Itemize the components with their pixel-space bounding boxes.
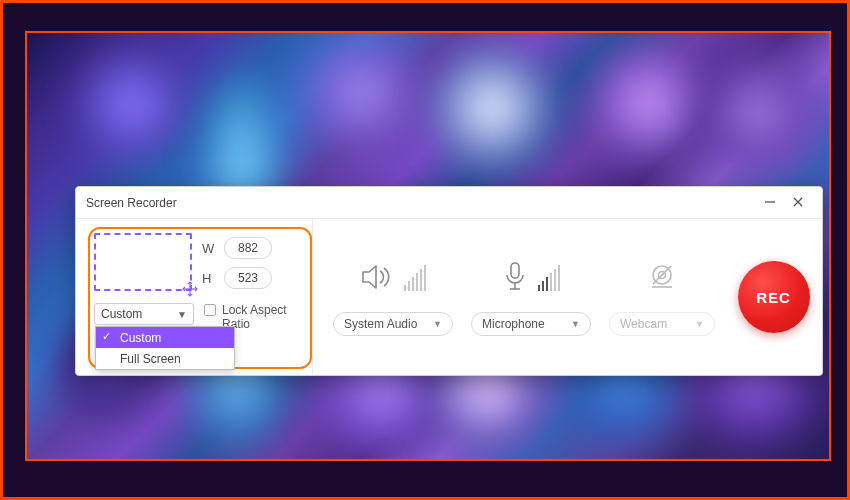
minimize-button[interactable]	[756, 196, 784, 210]
record-section: REC	[725, 219, 822, 375]
resize-handle-icon[interactable]	[182, 281, 198, 297]
system-audio-select[interactable]: System Audio ▼	[333, 312, 453, 336]
microphone-source: Microphone ▼	[471, 258, 591, 336]
svg-rect-6	[511, 263, 519, 278]
recorder-content: W 882 H 523 Custom ▼	[76, 219, 822, 375]
microphone-icon	[502, 261, 528, 296]
sources-section: System Audio ▼	[313, 219, 725, 375]
window-title: Screen Recorder	[86, 196, 756, 210]
check-icon: ✓	[102, 330, 111, 343]
app-outer-frame: Screen Recorder	[0, 0, 850, 500]
dropdown-item-custom[interactable]: ✓ Custom	[96, 327, 234, 348]
height-input[interactable]: 523	[224, 267, 272, 289]
chevron-down-icon: ▼	[177, 309, 187, 320]
height-label: H	[202, 271, 216, 286]
mic-level-icon	[538, 265, 560, 291]
webcam-off-icon	[646, 261, 678, 296]
chevron-down-icon: ▼	[433, 319, 442, 329]
lock-aspect-checkbox[interactable]	[204, 304, 216, 316]
microphone-select[interactable]: Microphone ▼	[471, 312, 591, 336]
width-label: W	[202, 241, 216, 256]
capture-mode-value: Custom	[101, 307, 142, 321]
webcam-select[interactable]: Webcam ▼	[609, 312, 715, 336]
speaker-icon	[360, 262, 394, 295]
desktop-background: Screen Recorder	[25, 31, 831, 461]
width-input[interactable]: 882	[224, 237, 272, 259]
capture-mode-dropdown: ✓ Custom Full Screen	[95, 326, 235, 370]
svg-marker-5	[363, 266, 376, 288]
capture-mode-select[interactable]: Custom ▼ ✓ Custom Full Screen	[94, 303, 194, 325]
system-audio-source: System Audio ▼	[333, 258, 453, 336]
dropdown-item-fullscreen[interactable]: Full Screen	[96, 348, 234, 369]
audio-level-icon	[404, 265, 426, 291]
chevron-down-icon: ▼	[695, 319, 704, 329]
record-button[interactable]: REC	[738, 261, 810, 333]
record-button-label: REC	[756, 289, 791, 306]
chevron-down-icon: ▼	[571, 319, 580, 329]
screen-recorder-window: Screen Recorder	[75, 186, 823, 376]
close-button[interactable]	[784, 196, 812, 210]
capture-area-section: W 882 H 523 Custom ▼	[76, 219, 313, 375]
window-titlebar[interactable]: Screen Recorder	[76, 187, 822, 219]
capture-region-preview[interactable]	[94, 233, 192, 291]
webcam-source: Webcam ▼	[609, 258, 715, 336]
